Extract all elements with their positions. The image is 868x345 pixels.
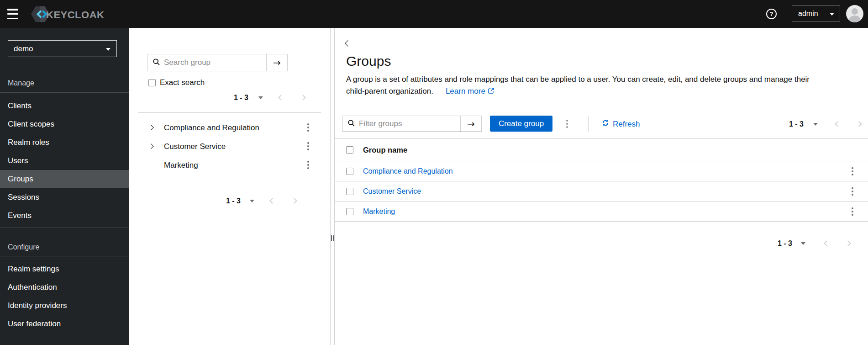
refresh-button[interactable]: Refresh: [602, 119, 640, 129]
group-link[interactable]: Customer Service: [363, 187, 421, 196]
next-page-icon[interactable]: [856, 121, 862, 127]
kebab-menu-icon[interactable]: [305, 141, 311, 151]
group-link[interactable]: Compliance and Regulation: [363, 167, 453, 175]
masthead: KEYCLOAK ? admin: [0, 0, 868, 28]
external-link-icon: [488, 85, 494, 97]
user-menu-dropdown[interactable]: admin: [792, 5, 840, 22]
create-group-button[interactable]: Create group: [490, 116, 552, 132]
pagination-options-caret-icon[interactable]: [813, 123, 818, 126]
configure-nav-list: Realm settings Authentication Identity p…: [0, 260, 129, 333]
help-icon[interactable]: ?: [766, 9, 777, 19]
description-line2: child-parent organization.: [346, 85, 433, 97]
table-row[interactable]: Compliance and Regulation: [335, 161, 868, 181]
group-link[interactable]: Marketing: [363, 207, 395, 216]
manage-nav-list: Clients Client scopes Realm roles Users …: [0, 97, 129, 225]
sidebar-item-users[interactable]: Users: [0, 152, 129, 170]
drag-handle-icon: [331, 235, 334, 241]
kebab-menu-icon[interactable]: [850, 166, 855, 176]
select-all-checkbox[interactable]: [346, 146, 353, 154]
sidebar-item-realm-roles[interactable]: Realm roles: [0, 133, 129, 152]
tree-pagination-bottom: 1 - 3: [129, 195, 330, 208]
nav-toggle-button[interactable]: [7, 9, 19, 19]
refresh-label: Refresh: [613, 120, 640, 129]
kebab-menu-icon[interactable]: [850, 186, 855, 196]
previous-page-icon[interactable]: [835, 121, 841, 127]
pagination-range: 1 - 3: [226, 197, 241, 205]
arrow-right-icon: →: [273, 57, 281, 68]
realm-selector[interactable]: demo: [8, 40, 117, 57]
row-checkbox[interactable]: [346, 168, 353, 175]
panel-resize-splitter[interactable]: [330, 28, 335, 345]
tree-item-label[interactable]: Customer Service: [164, 142, 226, 151]
learn-more-link[interactable]: Learn more: [446, 85, 494, 97]
kebab-menu-icon[interactable]: [850, 207, 855, 217]
filter-groups-input[interactable]: [359, 119, 460, 128]
page-title: Groups: [346, 53, 391, 69]
search-submit-button[interactable]: →: [266, 54, 287, 71]
sidebar-item-identity-providers[interactable]: Identity providers: [0, 297, 129, 315]
table-header-row: Group name: [335, 138, 868, 161]
expand-chevron-icon[interactable]: [148, 143, 153, 149]
row-checkbox[interactable]: [346, 208, 353, 215]
divider: [0, 256, 129, 256]
sidebar-item-authentication[interactable]: Authentication: [0, 278, 129, 297]
page-description: A group is a set of attributes and role …: [346, 74, 810, 97]
pagination-options-caret-icon[interactable]: [250, 200, 254, 202]
group-tree-panel: → Exact search 1 - 3 Compliance and Regu…: [129, 28, 330, 345]
chevron-down-icon: [106, 48, 110, 51]
table-row[interactable]: Customer Service: [335, 181, 868, 202]
exact-search-checkbox[interactable]: [148, 79, 156, 86]
sidebar-item-client-scopes[interactable]: Client scopes: [0, 115, 129, 133]
row-checkbox[interactable]: [346, 188, 353, 195]
pagination-options-caret-icon[interactable]: [258, 96, 263, 99]
pagination-options-caret-icon[interactable]: [801, 242, 805, 245]
next-page-icon[interactable]: [291, 198, 297, 204]
divider: [0, 92, 129, 93]
sidebar-item-clients[interactable]: Clients: [0, 97, 129, 115]
toolbar-divider: [588, 117, 589, 132]
tree-item-label[interactable]: Marketing: [164, 161, 198, 170]
table-row[interactable]: Marketing: [335, 202, 868, 222]
divider: [0, 72, 129, 72]
chevron-down-icon: [830, 13, 834, 16]
pagination-range: 1 - 3: [778, 239, 792, 248]
collapse-drawer-icon[interactable]: [345, 40, 351, 47]
groups-main-section: Groups A group is a set of attributes an…: [335, 28, 868, 345]
refresh-icon: [602, 119, 609, 129]
previous-page-icon[interactable]: [269, 198, 275, 204]
next-page-icon[interactable]: [845, 240, 851, 246]
tree-item[interactable]: Customer Service: [129, 137, 330, 156]
sidebar-item-events[interactable]: Events: [0, 207, 129, 225]
tree-item-label[interactable]: Compliance and Regulation: [164, 123, 259, 133]
search-group-input[interactable]: [164, 58, 266, 67]
column-header-group-name: Group name: [363, 146, 407, 154]
avatar[interactable]: [846, 5, 863, 22]
sidebar-item-sessions[interactable]: Sessions: [0, 188, 129, 207]
previous-page-icon[interactable]: [278, 95, 284, 101]
next-page-icon[interactable]: [300, 95, 306, 101]
divider: [138, 112, 321, 113]
sidebar-item-groups[interactable]: Groups: [0, 170, 129, 188]
sidebar-item-realm-settings[interactable]: Realm settings: [0, 260, 129, 278]
filter-groups-box: →: [342, 116, 482, 132]
realm-name: demo: [14, 44, 33, 53]
nav-section-configure: Configure: [8, 243, 39, 251]
keycloak-logo: KEYCLOAK: [31, 5, 104, 25]
filter-submit-button[interactable]: →: [460, 116, 481, 132]
pagination-range: 1 - 3: [789, 120, 804, 128]
sidebar-nav: demo Manage Clients Client scopes Realm …: [0, 28, 129, 345]
nav-section-manage: Manage: [8, 79, 34, 87]
arrow-right-icon: →: [467, 118, 475, 129]
divider: [0, 228, 129, 228]
toolbar-kebab-icon[interactable]: [564, 119, 570, 129]
group-search-box: →: [147, 54, 288, 71]
tree-item[interactable]: Compliance and Regulation: [129, 118, 330, 137]
exact-search-option: Exact search: [148, 78, 205, 87]
search-icon: [153, 58, 160, 67]
sidebar-item-user-federation[interactable]: User federation: [0, 315, 129, 333]
expand-chevron-icon[interactable]: [148, 125, 153, 130]
tree-item[interactable]: Marketing: [129, 156, 330, 175]
previous-page-icon[interactable]: [824, 240, 830, 246]
kebab-menu-icon[interactable]: [305, 122, 311, 133]
kebab-menu-icon[interactable]: [305, 160, 311, 170]
